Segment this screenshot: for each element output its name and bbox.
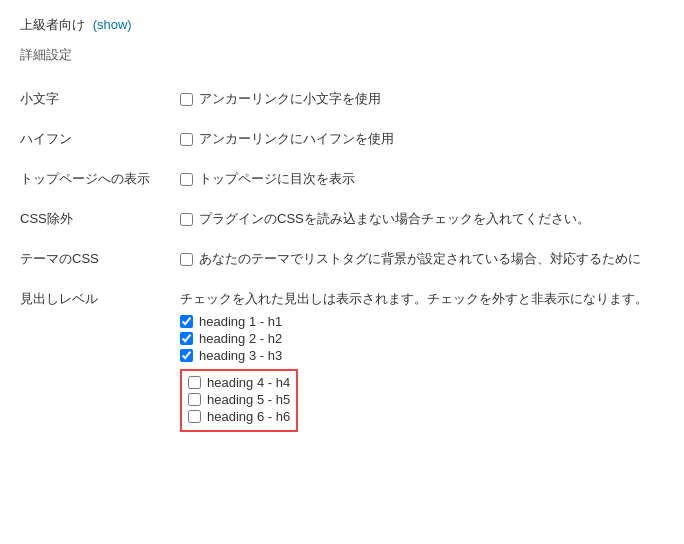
- advanced-section: 上級者向け (show): [20, 16, 664, 34]
- heading-h4-checkbox[interactable]: [188, 376, 201, 389]
- heading-h4-label[interactable]: heading 4 - h4: [207, 375, 290, 390]
- heading-h2-row: heading 2 - h2: [180, 331, 664, 346]
- advanced-text: 上級者向け: [20, 17, 85, 32]
- heading-unchecked-box: heading 4 - h4 heading 5 - h5 heading 6 …: [180, 369, 298, 432]
- css-exclude-value: プラグインのCSSを読み込まない場合チェックを入れてください。: [180, 200, 664, 240]
- css-exclude-checkbox-label[interactable]: プラグインのCSSを読み込まない場合チェックを入れてください。: [199, 210, 590, 228]
- heading-h3-label[interactable]: heading 3 - h3: [199, 348, 282, 363]
- advanced-show-link[interactable]: (show): [93, 17, 132, 32]
- detail-settings-label: 詳細設定: [20, 46, 664, 64]
- top-page-checkbox-row: トップページに目次を表示: [180, 170, 664, 188]
- lowercase-checkbox[interactable]: [180, 93, 193, 106]
- heading-h1-row: heading 1 - h1: [180, 314, 664, 329]
- table-row: CSS除外 プラグインのCSSを読み込まない場合チェックを入れてください。: [20, 200, 664, 240]
- heading-h6-row: heading 6 - h6: [188, 409, 290, 424]
- heading-description: チェックを入れた見出しは表示されます。チェックを外すと非表示になります。: [180, 290, 664, 308]
- heading-h5-row: heading 5 - h5: [188, 392, 290, 407]
- theme-css-value: あなたのテーマでリストタグに背景が設定されている場合、対応するために: [180, 240, 664, 280]
- top-page-value: トップページに目次を表示: [180, 160, 664, 200]
- heading-h6-label[interactable]: heading 6 - h6: [207, 409, 290, 424]
- heading-h1-checkbox[interactable]: [180, 315, 193, 328]
- heading-h2-checkbox[interactable]: [180, 332, 193, 345]
- heading-h5-checkbox[interactable]: [188, 393, 201, 406]
- theme-css-label: テーマのCSS: [20, 240, 180, 280]
- theme-css-checkbox-row: あなたのテーマでリストタグに背景が設定されている場合、対応するために: [180, 250, 664, 268]
- lowercase-checkbox-label[interactable]: アンカーリンクに小文字を使用: [199, 90, 381, 108]
- theme-css-checkbox[interactable]: [180, 253, 193, 266]
- hyphen-checkbox-label[interactable]: アンカーリンクにハイフンを使用: [199, 130, 394, 148]
- table-row: 見出しレベル チェックを入れた見出しは表示されます。チェックを外すと非表示になり…: [20, 280, 664, 442]
- css-exclude-checkbox[interactable]: [180, 213, 193, 226]
- advanced-label: 上級者向け (show): [20, 17, 132, 32]
- heading-level-label: 見出しレベル: [20, 280, 180, 442]
- heading-h5-label[interactable]: heading 5 - h5: [207, 392, 290, 407]
- heading-h6-checkbox[interactable]: [188, 410, 201, 423]
- top-page-label: トップページへの表示: [20, 160, 180, 200]
- heading-h1-label[interactable]: heading 1 - h1: [199, 314, 282, 329]
- heading-h3-checkbox[interactable]: [180, 349, 193, 362]
- hyphen-checkbox[interactable]: [180, 133, 193, 146]
- hyphen-checkbox-row: アンカーリンクにハイフンを使用: [180, 130, 664, 148]
- theme-css-checkbox-label[interactable]: あなたのテーマでリストタグに背景が設定されている場合、対応するために: [199, 250, 641, 268]
- heading-level-value: チェックを入れた見出しは表示されます。チェックを外すと非表示になります。 hea…: [180, 280, 664, 442]
- lowercase-label: 小文字: [20, 80, 180, 120]
- table-row: ハイフン アンカーリンクにハイフンを使用: [20, 120, 664, 160]
- hyphen-label: ハイフン: [20, 120, 180, 160]
- heading-h4-row: heading 4 - h4: [188, 375, 290, 390]
- lowercase-checkbox-row: アンカーリンクに小文字を使用: [180, 90, 664, 108]
- heading-h2-label[interactable]: heading 2 - h2: [199, 331, 282, 346]
- top-page-checkbox[interactable]: [180, 173, 193, 186]
- css-exclude-label: CSS除外: [20, 200, 180, 240]
- heading-h3-row: heading 3 - h3: [180, 348, 664, 363]
- heading-checked-rows: heading 1 - h1 heading 2 - h2 heading 3 …: [180, 314, 664, 363]
- table-row: 小文字 アンカーリンクに小文字を使用: [20, 80, 664, 120]
- css-exclude-checkbox-row: プラグインのCSSを読み込まない場合チェックを入れてください。: [180, 210, 664, 228]
- top-page-checkbox-label[interactable]: トップページに目次を表示: [199, 170, 355, 188]
- hyphen-value: アンカーリンクにハイフンを使用: [180, 120, 664, 160]
- lowercase-value: アンカーリンクに小文字を使用: [180, 80, 664, 120]
- table-row: トップページへの表示 トップページに目次を表示: [20, 160, 664, 200]
- table-row: テーマのCSS あなたのテーマでリストタグに背景が設定されている場合、対応するた…: [20, 240, 664, 280]
- settings-table: 小文字 アンカーリンクに小文字を使用 ハイフン アンカーリンクにハイフンを使用 …: [20, 80, 664, 442]
